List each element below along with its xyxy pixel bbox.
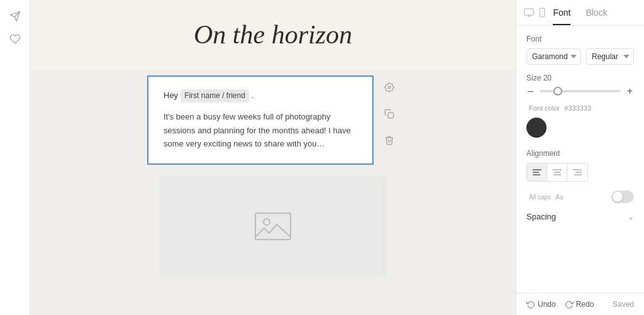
caps-sub-label: Aa [555,194,563,201]
caps-section: All caps Aa [526,191,634,203]
heart-icon[interactable] [9,32,21,44]
svg-rect-9 [540,8,545,17]
svg-point-5 [264,219,270,225]
font-section-label: Font [526,35,634,43]
panel-tabs: Font Block [516,0,644,26]
text-block-wrapper: Hey First name / friend . It's been a bu… [30,69,516,171]
chevron-down-icon: ⌄ [628,213,634,221]
alignment-buttons [526,163,588,182]
duplicate-icon[interactable] [380,104,399,123]
block-actions [380,75,399,150]
device-icons [524,6,545,18]
size-slider[interactable] [540,90,621,92]
banner-section: On the horizon [30,0,516,69]
align-right-button[interactable] [567,163,587,181]
caps-label-text: All caps [529,194,551,201]
merge-tag[interactable]: First name / friend [180,89,249,102]
greeting-line: Hey First name / friend . [164,89,357,102]
banner-title: On the horizon [194,19,352,50]
size-section: Size 20 – + [526,74,634,97]
delete-icon[interactable] [380,131,399,150]
spacing-label: Spacing [526,212,556,221]
saved-label: Saved [613,300,634,309]
caps-label: All caps Aa [526,192,564,201]
color-swatch-button[interactable] [526,118,547,138]
undo-button[interactable]: Undo [526,300,556,309]
size-control: – + [526,85,634,97]
tab-font[interactable]: Font [553,8,570,25]
footer-actions: Undo Redo [526,300,594,309]
spacing-section: Spacing ⌄ [526,212,634,221]
align-center-button[interactable] [547,163,567,181]
canvas-area: On the horizon Hey First name / friend .… [30,0,516,315]
greeting-text: Hey [164,89,178,102]
settings-icon[interactable] [380,78,399,97]
align-left-button[interactable] [527,163,547,181]
undo-label: Undo [538,300,556,309]
color-hex-value: #333333 [564,104,591,112]
panel-content: Font Garamond Arial Georgia Helvetica Re… [516,26,644,293]
alignment-section: Alignment [526,149,634,182]
font-family-select[interactable]: Garamond Arial Georgia Helvetica [526,48,581,65]
panel-footer: Undo Redo Saved [516,293,644,315]
color-label-text: Font color [529,104,560,112]
svg-rect-4 [255,213,291,240]
size-increase-button[interactable]: + [626,85,634,97]
color-section: Font color #333333 [526,104,634,140]
right-panel: Font Block Font Garamond Arial Georgia H… [516,0,644,315]
image-placeholder[interactable] [160,176,386,277]
font-weight-select[interactable]: Regular Bold Italic [586,48,634,65]
caps-row: All caps Aa [526,191,634,203]
body-text: It's been a busy few weeks full of photo… [164,110,357,150]
size-label: Size 20 [526,74,634,82]
spacing-row[interactable]: Spacing ⌄ [526,212,634,221]
size-decrease-button[interactable]: – [526,85,535,97]
send-icon[interactable] [9,10,21,22]
redo-button[interactable]: Redo [565,300,594,309]
font-controls-row: Garamond Arial Georgia Helvetica Regular… [526,48,634,65]
image-placeholder-icon [253,211,293,242]
color-label: Font color #333333 [526,104,634,113]
image-block-wrapper [30,171,516,289]
left-toolbar [0,0,30,315]
svg-rect-3 [388,113,394,118]
period-text: . [252,89,254,102]
desktop-icon[interactable] [524,6,534,18]
caps-toggle[interactable] [611,191,634,203]
alignment-label: Alignment [526,149,634,158]
size-value: 20 [543,74,552,82]
text-editor-block[interactable]: Hey First name / friend . It's been a bu… [147,75,374,165]
tab-block[interactable]: Block [586,8,607,25]
toggle-knob [613,192,623,202]
svg-point-2 [388,86,391,89]
mobile-icon[interactable] [539,6,545,18]
svg-rect-6 [525,9,534,15]
redo-label: Redo [576,300,594,309]
